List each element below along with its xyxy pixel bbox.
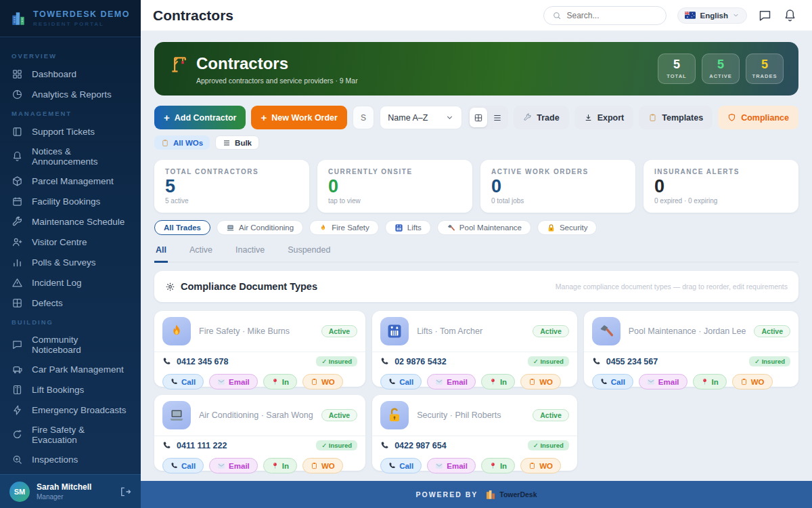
sidebar-item-noticeboard[interactable]: Community Noticeboard [0,330,141,359]
user-panel[interactable]: SM Sarah Mitchell Manager [0,474,141,508]
work-order-button[interactable]: WO [520,374,561,389]
contractor-card[interactable]: Pool Maintenance · Jordan Lee Active 045… [584,311,798,387]
bulk-button[interactable]: Bulk [215,135,259,150]
stat-currently-onsite[interactable]: CURRENTLY ONSITE0tap to view [317,160,472,213]
tab-all[interactable]: All [154,242,168,263]
sidebar-item-defects[interactable]: Defects [0,293,141,313]
export-button[interactable]: Export [574,106,634,129]
trade-pill-all[interactable]: All Trades [154,220,210,235]
sort-select[interactable]: Name A–Z [380,106,462,129]
lock-open-icon [386,407,403,423]
person-plus-icon [12,236,23,248]
phone-number[interactable]: 02 9876 5432 [394,357,446,366]
work-order-button[interactable]: WO [520,458,561,473]
sidebar-item-parcel[interactable]: Parcel Management [0,171,141,191]
sidebar-item-visitor-centre[interactable]: Visitor Centre [0,232,141,252]
add-contractor-button[interactable]: +Add Contractor [154,106,246,129]
contractor-card[interactable]: Security · Phil Roberts Active 0422 987 … [372,395,577,471]
all-wos-button[interactable]: All WOs [154,135,210,150]
envelope-icon [217,462,225,470]
tab-suspended[interactable]: Suspended [286,242,332,261]
tab-active[interactable]: Active [188,242,214,261]
check-in-button[interactable]: In [263,374,297,389]
sidebar-item-dashboard[interactable]: Dashboard [0,64,141,84]
email-button[interactable]: Email [427,374,476,389]
compliance-doc-types-card[interactable]: Compliance Document Types Manage complia… [154,271,798,302]
templates-button[interactable]: Templates [639,106,713,129]
phone-icon [162,441,171,450]
trade-pill-lifts[interactable]: Lifts [385,220,431,235]
new-work-order-button[interactable]: +New Work Order [251,106,346,129]
sidebar-item-facility-bookings[interactable]: Facility Bookings [0,191,141,211]
laptop-icon [168,407,185,423]
sidebar-item-label: Notices & Announcements [32,146,129,167]
notifications-bell-icon[interactable] [783,8,797,22]
global-search[interactable] [543,6,667,25]
language-selector[interactable]: English [677,7,747,24]
phone-number[interactable]: 0422 987 654 [394,441,446,450]
call-button[interactable]: Call [380,374,422,389]
trade-pill-pool-maintenance[interactable]: Pool Maintenance [437,220,531,235]
contractor-card[interactable]: Fire Safety · Mike Burns Active 0412 345… [154,311,365,387]
sidebar-item-label: Car Park Management [32,364,124,375]
phone-number[interactable]: 0412 345 678 [177,357,228,366]
sidebar-item-emergency[interactable]: Emergency Broadcasts [0,400,141,420]
grid-view-button[interactable] [470,108,487,127]
contractor-search[interactable] [353,106,374,129]
contractor-card[interactable]: Air Conditioning · Sarah Wong Active 041… [154,395,365,471]
sidebar-item-lift-bookings[interactable]: Lift Bookings [0,379,141,400]
phone-number[interactable]: 0411 111 222 [177,441,227,450]
check-in-button[interactable]: In [481,458,515,473]
sidebar-item-notices[interactable]: Notices & Announcements [0,142,141,171]
work-order-button[interactable]: WO [302,374,343,389]
call-button[interactable]: Call [162,458,204,473]
work-order-button[interactable]: WO [302,458,343,473]
sidebar-item-incident-log[interactable]: Incident Log [0,272,141,293]
car-icon [12,364,23,375]
envelope-icon [217,378,225,386]
sidebar-item-polls[interactable]: Polls & Surveys [0,252,141,272]
sidebar-item-inspections[interactable]: Inspections [0,449,141,469]
contractors-banner: Contractors Approved contractors and ser… [154,42,798,96]
compliance-button[interactable]: Compliance [718,106,798,129]
trade-pill-air-conditioning[interactable]: Air Conditioning [217,220,303,235]
trade-pill-security[interactable]: Security [537,220,597,235]
check-in-button[interactable]: In [693,374,727,389]
sidebar-item-label: Polls & Surveys [32,257,96,268]
email-button[interactable]: Email [209,374,258,389]
logout-icon[interactable] [119,486,131,498]
list-view-button[interactable] [489,108,506,127]
contractor-card[interactable]: Lifts · Tom Archer Active 02 9876 5432 ✓… [372,311,577,387]
box-icon [12,175,23,187]
sidebar-item-label: Parcel Management [32,176,114,186]
trade-pill-fire-safety[interactable]: Fire Safety [309,220,379,235]
call-button[interactable]: Call [162,374,204,389]
sidebar-item-agm[interactable]: AGM & Meetings [0,469,141,474]
stat-total-contractors: TOTAL CONTRACTORS55 active [154,160,309,213]
call-button[interactable]: Call [380,458,422,473]
email-button[interactable]: Email [427,458,476,473]
bar-chart-icon [12,257,23,268]
work-order-button[interactable]: WO [732,374,773,389]
page-title: Contractors [153,7,233,24]
phone-number[interactable]: 0455 234 567 [606,357,658,366]
trade-filter-button[interactable]: Trade [514,106,568,129]
sidebar-item-analytics[interactable]: Analytics & Reports [0,84,141,104]
compliance-hint: Manage compliance document types — drag … [556,282,788,291]
status-badge: Active [754,325,790,337]
sidebar-item-car-park[interactable]: Car Park Management [0,359,141,379]
brand-name: TOWERDESK DEMO [33,9,130,19]
sidebar-item-maintenance[interactable]: Maintenance Schedule [0,211,141,232]
global-search-input[interactable] [566,11,658,20]
check-in-button[interactable]: In [481,374,515,389]
check-in-button[interactable]: In [263,458,297,473]
email-button[interactable]: Email [209,458,258,473]
tab-inactive[interactable]: Inactive [234,242,266,261]
sidebar-item-support-tickets[interactable]: Support Tickets [0,121,141,142]
sidebar-item-fire-safety[interactable]: Fire Safety & Evacuation [0,420,141,449]
messages-icon[interactable] [758,8,772,22]
email-button[interactable]: Email [639,374,687,389]
nav-section-building: BUILDING [0,313,141,330]
contractor-search-input[interactable] [361,113,366,123]
call-button[interactable]: Call [592,374,633,389]
